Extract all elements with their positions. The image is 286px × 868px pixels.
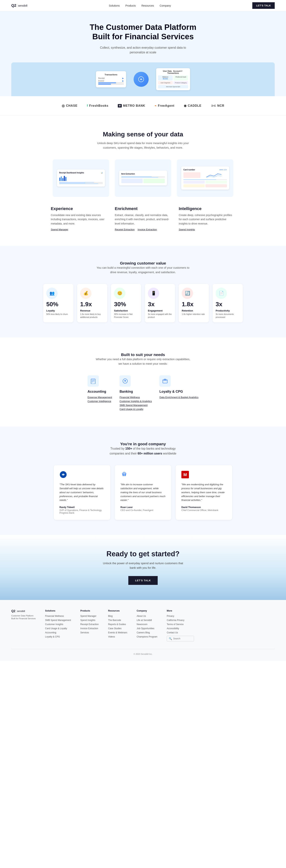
footer-case-studies[interactable]: Case Studies <box>108 627 127 630</box>
footer-products-col: Products Spend Manager Spend Insights Re… <box>80 610 98 642</box>
footer-privacy[interactable]: Privacy <box>167 615 194 617</box>
productivity-desc: 3x more documents processed <box>216 313 240 319</box>
footer-events[interactable]: Events & Webinars <box>108 631 127 634</box>
financial-wellness-link[interactable]: Financial Wellness <box>119 396 152 399</box>
footer-customer-insights[interactable]: Customer Insights <box>45 623 71 626</box>
logo-freshbooks: f FreshBooks <box>87 104 109 107</box>
intelligence-card: Card number ●●●● 1234 <box>177 159 233 197</box>
footer-videos[interactable]: Videos <box>108 636 127 638</box>
hero-center-icon <box>134 72 149 87</box>
metric-revenue: 💰 1.9x Revenue 1.9x more likely to buy a… <box>77 284 107 322</box>
growing-value-heading: Growing customer value <box>11 261 275 266</box>
nav-products[interactable]: Products <box>125 4 136 7</box>
footer-q2-logo: Q2 <box>11 610 15 613</box>
freeagent-author: Roan Laver CEO and Co-founder, FreeAgent <box>120 506 166 512</box>
progressbank-logo <box>59 471 105 479</box>
customer-intelligence-link[interactable]: Customer Intelligence <box>87 400 112 403</box>
experience-title: Experience <box>51 206 107 211</box>
footer-more-heading: More <box>167 610 194 612</box>
retention-num: 1.8x <box>182 301 206 308</box>
metrobank-logo: M <box>181 471 227 479</box>
nav-company[interactable]: Company <box>160 4 171 7</box>
chase-icon: ◎ <box>62 104 65 108</box>
spend-insights-link[interactable]: Spend Insights <box>179 228 195 231</box>
footer-accounting[interactable]: Accounting <box>45 631 71 634</box>
built-for-needs-section: Built to suit your needs Whether you nee… <box>0 337 286 427</box>
footer-ca-privacy[interactable]: California Privacy <box>167 619 194 621</box>
cta-heading: Ready to get started? <box>11 550 275 558</box>
svg-rect-7 <box>163 380 167 383</box>
testimonial-freeagent: "We aim to increase customer satisfactio… <box>115 465 171 520</box>
footer-more-col: More Privacy California Privacy Terms of… <box>167 610 194 642</box>
footer-loyalty-cpg[interactable]: Loyalty & CPG <box>45 636 71 638</box>
metrobank-author: David Thomasson Chief Commercial Officer… <box>181 506 227 512</box>
receipt-extraction-link[interactable]: Receipt Extraction <box>115 228 135 231</box>
logo-caddle: ◉ CADDLE <box>184 104 202 107</box>
caddle-icon: ◉ <box>184 104 187 107</box>
banking-col: Banking Financial Wellness Customer Insi… <box>119 375 152 412</box>
smb-spend-link[interactable]: SMB Spend Management <box>119 404 152 407</box>
footer-newsroom[interactable]: Newsroom <box>137 623 157 626</box>
footer-search-input[interactable] <box>173 637 192 640</box>
footer-receipt-extraction[interactable]: Receipt Extraction <box>80 623 98 626</box>
nav-resources[interactable]: Resources <box>141 4 154 7</box>
footer-champions[interactable]: Champions Program <box>137 636 157 638</box>
footer-invoice-extraction[interactable]: Invoice Extraction <box>80 627 98 630</box>
card-usage-loyalty-link[interactable]: Card Usage & Loyalty <box>119 408 152 410</box>
footer-reports[interactable]: Reports & Guides <box>108 623 127 626</box>
loyalty-icon: 👥 <box>46 288 58 299</box>
footer-search-box[interactable]: 🔍 <box>167 636 194 642</box>
banking-title: Banking <box>119 390 152 394</box>
productivity-num: 3x <box>216 301 240 308</box>
enrichment-col: Enrichment Extract, cleanse, classify, a… <box>115 206 171 231</box>
retention-label: Retention <box>182 309 206 312</box>
intelligence-title: Intelligence <box>179 206 235 211</box>
accounting-col: Accounting Expense Management Customer I… <box>87 375 112 412</box>
footer-jobs[interactable]: Job Opportunities <box>137 627 157 630</box>
engagement-label: Engagement <box>148 309 172 312</box>
footer-card-usage-loyalty[interactable]: Card Usage & Loyalty <box>45 627 71 630</box>
three-columns: Experience Consolidate new and existing … <box>11 206 275 231</box>
footer-blog[interactable]: Blog <box>108 615 127 617</box>
spend-manager-link[interactable]: Spend Manager <box>51 228 68 231</box>
footer-about[interactable]: About Us <box>137 615 157 617</box>
metro-icon: M <box>118 104 122 107</box>
footer: Q2 sensibill Customer Data Platform Buil… <box>0 600 286 661</box>
footer-accessibility[interactable]: Accessibility <box>167 627 194 630</box>
footer-spend-manager[interactable]: Spend Manager <box>80 615 98 617</box>
nav-solutions[interactable]: Solutions <box>109 4 120 7</box>
data-enrichment-link[interactable]: Data Enrichment & Basket Analytics <box>160 396 198 399</box>
footer-services[interactable]: Services <box>80 631 98 634</box>
metric-satisfaction: 😊 30% Satisfaction 30% increase in Net P… <box>111 284 141 322</box>
good-company-stats: Trusted by 150+ of the top banks and tec… <box>104 446 182 456</box>
metric-loyalty: 👥 50% Loyalty 50% less likely to churn <box>43 284 74 322</box>
footer-barcode[interactable]: The Barcode <box>108 619 127 621</box>
invoice-extraction-link[interactable]: Invoice Extraction <box>138 228 157 231</box>
footer-logo-divider <box>16 610 16 613</box>
footer-careers-blog[interactable]: Careers Blog <box>137 631 157 634</box>
footer-copyright: © 2023 Sensibill Inc. <box>11 649 275 655</box>
footer-solutions-col: Solutions Financial Wellness SMB Spend M… <box>45 610 71 642</box>
footer-life[interactable]: Life at Sensibill <box>137 619 157 621</box>
footer-smb-spend-mgmt[interactable]: SMB Spend Management <box>45 619 71 621</box>
svg-point-6 <box>124 380 126 381</box>
experience-card: Receipt Dashboard Insights 📊 <box>53 159 109 197</box>
freeagent-quote: "We aim to increase customer satisfactio… <box>120 483 166 502</box>
footer-terms[interactable]: Terms of Service <box>167 623 194 626</box>
footer-financial-wellness[interactable]: Financial Wellness <box>45 615 71 617</box>
footer-spend-insights[interactable]: Spend Insights <box>80 619 98 621</box>
customer-insights-analytics-link[interactable]: Customer Insights & Analytics <box>119 400 152 403</box>
experience-desc: Consolidate new and existing data source… <box>51 213 107 226</box>
banking-icon <box>119 375 131 386</box>
satisfaction-icon: 😊 <box>114 288 125 299</box>
nav-cta-button[interactable]: LET'S TALK <box>252 2 275 9</box>
expense-management-link[interactable]: Expense Management <box>87 396 112 399</box>
footer-contact[interactable]: Contact Us <box>167 631 194 634</box>
hero-title: The Customer Data Platform Built for Fin… <box>87 23 199 41</box>
q2-logo-text: Q2 <box>11 3 17 8</box>
footer-resources-heading: Resources <box>108 610 127 612</box>
testimonial-metrobank: M "We are modernizing and digitizing the… <box>176 465 232 520</box>
cta-button[interactable]: LET'S TALK <box>128 576 158 585</box>
svg-rect-1 <box>91 379 95 384</box>
retention-desc: 1.8x higher retention rate <box>182 313 206 316</box>
